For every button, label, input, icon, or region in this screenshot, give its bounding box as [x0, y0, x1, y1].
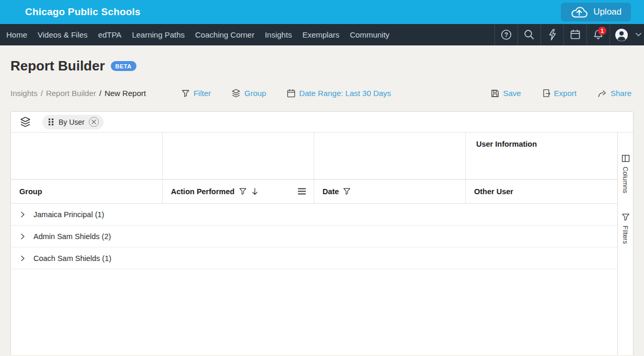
breadcrumb-report-builder[interactable]: Report Builder	[46, 89, 96, 98]
chevron-right-icon[interactable]	[20, 255, 26, 262]
nav-item-learning-paths[interactable]: Learning Paths	[126, 30, 190, 39]
column-group-cell-user-information: User Information	[466, 133, 617, 179]
group-chip-by-user[interactable]: By User	[42, 115, 104, 129]
group-button[interactable]: Group	[232, 89, 266, 98]
filter-label: Filter	[193, 89, 211, 98]
group-label: Group	[244, 89, 266, 98]
nav-item-edtpa[interactable]: edTPA	[93, 30, 127, 39]
export-button[interactable]: Export	[542, 89, 577, 98]
page-title-row: Report Builder BETA	[10, 58, 634, 74]
column-header-other-user[interactable]: Other User	[466, 180, 617, 203]
column-group-header-row: User Information	[11, 133, 617, 180]
group-row-admin-sam-shields[interactable]: Admin Sam Shields (2)	[11, 226, 617, 247]
group-row-label: Admin Sam Shields (2)	[33, 232, 111, 241]
filter-funnel-icon[interactable]	[239, 187, 247, 195]
breadcrumb-current: New Report	[105, 89, 146, 98]
breadcrumb-separator: /	[99, 89, 101, 98]
avatar-icon	[614, 28, 629, 42]
nav-menu: Home Videos & Files edTPA Learning Paths…	[0, 24, 395, 45]
export-label: Export	[554, 89, 577, 98]
column-menu-button[interactable]	[297, 188, 306, 195]
side-tab-label: Columns	[622, 167, 629, 193]
nav-item-videos-files[interactable]: Videos & Files	[32, 30, 93, 39]
side-tab-label: Filters	[622, 226, 629, 244]
filter-funnel-icon	[622, 213, 630, 221]
share-label: Share	[611, 89, 631, 98]
beta-badge: BETA	[111, 61, 136, 71]
breadcrumb: Insights / Report Builder / New Report	[10, 89, 146, 98]
upload-button[interactable]: Upload	[561, 3, 631, 21]
date-range-label: Date Range: Last 30 Days	[299, 89, 391, 98]
page-title: Report Builder	[10, 58, 105, 74]
grid-region: User Information Group Action Performed	[11, 133, 633, 355]
top-app-bar: Chicago Public Schools Upload	[0, 0, 644, 24]
group-layers-icon	[232, 89, 240, 98]
column-header-action-performed[interactable]: Action Performed	[163, 180, 314, 203]
side-tab-columns[interactable]: Columns	[622, 155, 630, 193]
account-menu-caret[interactable]	[632, 24, 644, 45]
chevron-right-icon[interactable]	[20, 211, 26, 218]
nav-item-home[interactable]: Home	[1, 30, 32, 39]
upload-label: Upload	[593, 7, 622, 17]
nav-item-exemplars[interactable]: Exemplars	[297, 30, 344, 39]
share-icon	[597, 89, 607, 98]
breadcrumb-insights[interactable]: Insights	[10, 89, 38, 98]
filter-funnel-icon[interactable]	[343, 187, 351, 195]
share-button[interactable]: Share	[597, 89, 631, 98]
nav-item-coaching-corner[interactable]: Coaching Corner	[190, 30, 259, 39]
group-row-coach-sam-shields[interactable]: Coach Sam Shields (1)	[11, 247, 617, 269]
column-group-cell	[163, 133, 314, 179]
help-button[interactable]: ?	[494, 24, 518, 45]
column-group-cell	[11, 133, 163, 179]
column-group-label: User Information	[476, 140, 537, 148]
app-title: Chicago Public Schools	[25, 6, 141, 18]
remove-group-chip-button[interactable]	[89, 117, 99, 127]
nav-icon-bar: ? 1	[494, 24, 644, 45]
main-content: Report Builder BETA Insights / Report Bu…	[0, 45, 644, 98]
quick-actions-button[interactable]	[540, 24, 564, 45]
column-header-group[interactable]: Group	[11, 180, 163, 203]
column-group-cell	[314, 133, 466, 179]
toolbar-right-actions: Save Export Share	[491, 89, 631, 98]
save-label: Save	[503, 89, 521, 98]
export-icon	[542, 89, 550, 98]
grid-columns-area: User Information Group Action Performed	[11, 133, 617, 355]
side-panel-buttons: Columns Filters	[617, 133, 633, 355]
save-button[interactable]: Save	[491, 89, 521, 98]
search-button[interactable]	[518, 24, 540, 45]
calendar-button[interactable]	[564, 24, 586, 45]
sort-down-arrow-icon[interactable]	[251, 187, 259, 196]
notification-badge: 1	[598, 27, 606, 35]
column-header-date[interactable]: Date	[314, 180, 466, 203]
breadcrumb-separator: /	[41, 89, 43, 98]
date-range-button[interactable]: Date Range: Last 30 Days	[287, 89, 391, 98]
toolbar-row: Insights / Report Builder / New Report F…	[10, 89, 634, 98]
report-grid: By User User Information Grou	[10, 111, 634, 355]
group-row-jamaica-principal[interactable]: Jamaica Principal (1)	[11, 204, 617, 226]
column-menu-icon	[297, 188, 306, 195]
svg-text:?: ?	[504, 31, 508, 39]
help-icon: ?	[500, 29, 512, 41]
filter-button[interactable]: Filter	[181, 89, 211, 98]
toolbar-center-actions: Filter Group Date Range: Last 30 Days	[181, 89, 391, 98]
filter-funnel-icon	[181, 89, 190, 98]
group-row-label: Jamaica Principal (1)	[33, 210, 104, 219]
caret-down-icon	[636, 33, 641, 37]
search-icon	[523, 29, 535, 41]
group-row-label: Coach Sam Shields (1)	[33, 254, 111, 263]
notifications-button[interactable]: 1	[586, 24, 610, 45]
group-chip-label: By User	[59, 118, 85, 126]
date-calendar-icon	[287, 89, 295, 98]
close-icon	[91, 120, 96, 124]
chevron-right-icon[interactable]	[20, 233, 26, 240]
row-group-bar: By User	[11, 112, 633, 133]
main-nav: Home Videos & Files edTPA Learning Paths…	[0, 24, 644, 45]
nav-item-community[interactable]: Community	[344, 30, 395, 39]
account-button[interactable]	[610, 24, 632, 45]
column-header-row: Group Action Performed	[11, 180, 617, 204]
grid-icon	[48, 118, 54, 126]
side-tab-filters[interactable]: Filters	[622, 213, 630, 244]
save-icon	[491, 89, 499, 98]
lightning-icon	[547, 29, 558, 41]
nav-item-insights[interactable]: Insights	[260, 30, 297, 39]
